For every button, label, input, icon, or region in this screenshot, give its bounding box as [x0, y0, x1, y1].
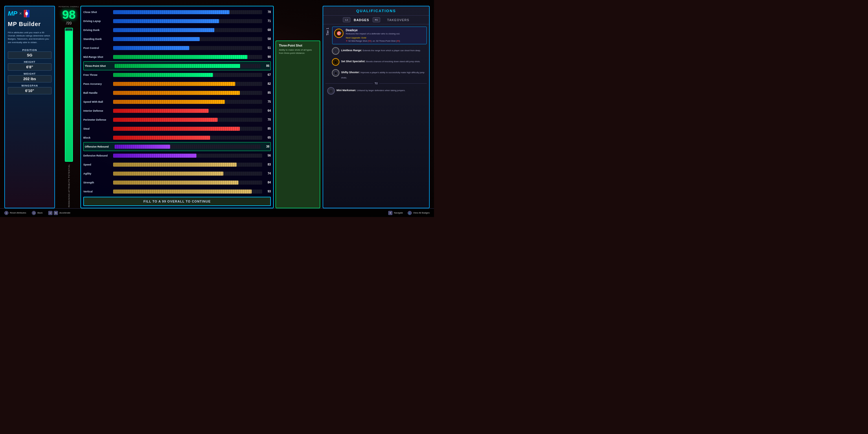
tooltip-title: Three-Point Shot [279, 44, 317, 47]
attr-bar-fill [113, 19, 219, 23]
attr-row-free-throw[interactable]: Free Throw 67 [83, 70, 271, 79]
attr-row-mid-range-shot[interactable]: Mid-Range Shot 90 [83, 52, 271, 61]
potential-overall-label: POTENTIAL OVERALL [59, 6, 79, 7]
attr-value: 90 [265, 55, 271, 58]
attr-value: 65 [265, 136, 271, 139]
wingspan-group: WINGSPAN 6'10" [8, 84, 52, 94]
attr-value: 74 [265, 172, 271, 175]
attr-row-strength[interactable]: Strength 84 [83, 178, 271, 187]
attr-bar-fill [113, 100, 225, 104]
attr-bar [115, 64, 261, 68]
attr-row-interior-defense[interactable]: Interior Defense 64 [83, 106, 271, 115]
attr-bar [113, 109, 262, 113]
badge-mini-marksman: ◎ Mini Marksman: Unfazed by larger defen… [326, 86, 427, 96]
attr-value: 51 [265, 46, 271, 50]
attr-bar [113, 163, 262, 167]
mp-logo: MP [8, 10, 18, 18]
stats-group: POSITION SG HEIGHT 6'8" WEIGHT 202 lbs W… [8, 49, 52, 94]
attr-row-block[interactable]: Block 65 [83, 133, 271, 142]
attr-row-vertical[interactable]: Vertical 93 [83, 187, 271, 195]
badge-deadeye: 🎯 Deadeye Reduces the impact of a defend… [332, 27, 427, 44]
attr-row-offensive-rebound[interactable]: Offensive Rebound 38 [83, 142, 271, 151]
attr-row-three-point-shot[interactable]: Three-Point Shot 86 [83, 61, 271, 70]
overall-number: 98 [62, 9, 76, 21]
mini-marksman-desc: Unfazed by larger defenders when taking … [357, 89, 406, 92]
height-label: HEIGHT [8, 60, 52, 63]
attr-row-driving-dunk[interactable]: Driving Dunk 68 [83, 26, 271, 34]
fill-button[interactable]: FILL TO A 99 OVERALL TO CONTINUE [83, 197, 271, 206]
attr-name: Defensive Rebound [83, 154, 111, 157]
attr-bar [113, 189, 262, 193]
attr-bar-fill [113, 127, 240, 131]
attr-value: 70 [265, 118, 271, 121]
attr-row-speed-with-ball[interactable]: Speed With Ball 75 [83, 97, 271, 106]
attr-value: 38 [263, 145, 269, 148]
limitless-name: Limitless Range: [341, 49, 363, 52]
deadeye-desc: Reduces the impact of a defender who is … [346, 32, 425, 35]
tier2-divider: T2 [326, 82, 427, 85]
attr-bar-fill [113, 91, 240, 95]
attr-row-ball-handle[interactable]: Ball Handle 85 [83, 88, 271, 97]
attr-value: 58 [265, 37, 271, 40]
weight-group: WEIGHT 202 lbs [8, 72, 52, 83]
attr-value: 75 [265, 100, 271, 103]
tier2-line-left [326, 83, 373, 84]
attr-name: Driving Layup [83, 20, 111, 23]
attr-value: 56 [265, 154, 271, 157]
attr-value: 86 [263, 64, 269, 67]
tab-takeovers-label[interactable]: TAKEOVERS [387, 18, 409, 22]
weight-value: 202 lbs [8, 75, 52, 83]
attributes-list: Close Shot 78 Driving Layup 71 Driving D… [81, 6, 273, 195]
attr-name: Ball Handle [83, 91, 111, 94]
deadeye-upgrade: Next Upgrade: Gold [346, 36, 425, 39]
position-value: SG [8, 52, 52, 59]
shifty-name: Shifty Shooter: [341, 71, 361, 74]
attr-bar-fill [113, 136, 210, 140]
tab-r1-button[interactable]: R1 [373, 18, 380, 22]
attr-name: Agility [83, 172, 111, 175]
attr-value: 68 [265, 28, 271, 32]
attr-value: 78 [265, 10, 271, 13]
attr-bar [113, 37, 262, 41]
attr-name: Perimeter Defense [83, 118, 111, 121]
attr-bar-fill [113, 55, 247, 59]
deadeye-text: Deadeye Reduces the impact of a defender… [346, 29, 425, 42]
builder-title: MP Builder [8, 21, 52, 28]
attr-row-standing-dunk[interactable]: Standing Dunk 58 [83, 34, 271, 43]
attr-value: 64 [265, 109, 271, 112]
badge-limitless: ⬡ Limitless Range: Extends the range fro… [330, 46, 427, 56]
tab-badges-label[interactable]: BADGES [354, 18, 369, 22]
attr-name: Mid-Range Shot [83, 56, 111, 58]
attr-name: Strength [83, 181, 111, 184]
attr-name: Post Control [83, 46, 111, 50]
attr-row-steal[interactable]: Steal 85 [83, 124, 271, 133]
attr-row-pass-accuracy[interactable]: Pass Accuracy 82 [83, 79, 271, 88]
attr-name: Three-Point Shot [85, 64, 112, 67]
attr-name: Speed [83, 163, 111, 166]
tier2-label: T2 [375, 82, 378, 85]
remaining-label: REMAINING ATTRIBUTE POTENTIAL [68, 164, 70, 207]
attr-bar-fill [113, 109, 209, 113]
attr-bar-fill [113, 46, 189, 50]
attr-name: Close Shot [83, 11, 111, 13]
attr-row-speed[interactable]: Speed 83 [83, 160, 271, 169]
mini-marksman-icon: ◎ [327, 87, 335, 95]
attr-name: Block [83, 136, 111, 139]
attr-name: Standing Dunk [83, 38, 111, 40]
tab-l1-button[interactable]: L1 [343, 18, 350, 22]
shifty-icon: ◈ [332, 69, 339, 77]
attr-name: Vertical [83, 190, 111, 193]
attr-row-driving-layup[interactable]: Driving Layup 71 [83, 17, 271, 26]
attr-row-defensive-rebound[interactable]: Defensive Rebound 56 [83, 151, 271, 160]
set-shot-desc: Boosts chances of knocking down stand-st… [366, 60, 421, 63]
attr-row-post-control[interactable]: Post Control 51 [83, 43, 271, 52]
attr-row-perimeter-defense[interactable]: Perimeter Defense 70 [83, 115, 271, 124]
attr-row-close-shot[interactable]: Close Shot 78 [83, 7, 271, 17]
attr-bar-fill [113, 181, 239, 185]
tier1-label: Tier 1 [326, 27, 330, 37]
attr-row-agility[interactable]: Agility 74 [83, 169, 271, 178]
height-group: HEIGHT 6'8" [8, 60, 52, 71]
middle-section: POTENTIAL OVERALL 98 /99 REMAINING ATTRI… [57, 6, 320, 208]
attr-bar [113, 172, 262, 176]
limitless-icon: ⬡ [332, 47, 339, 55]
